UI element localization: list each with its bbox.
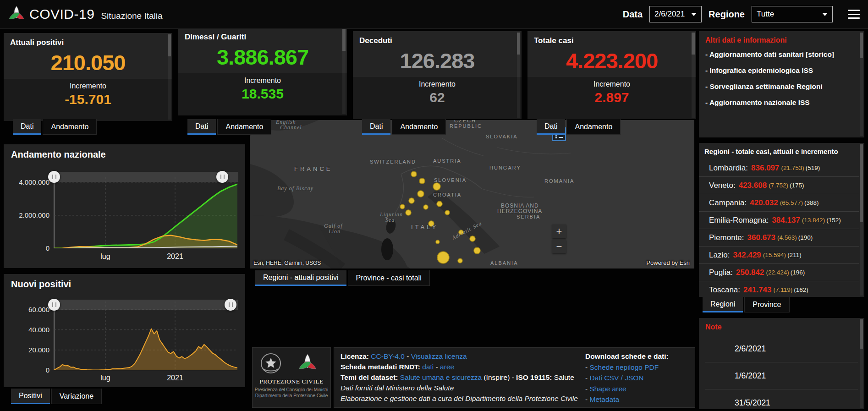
altri-dati-panel: Altri dati e informazioni - Aggiornament… [699, 31, 864, 137]
region-row: Emilia-Romagna: 384.137 (13.842) (152) [699, 211, 859, 229]
tab-province[interactable]: Province [744, 297, 789, 312]
card-scrollbar[interactable] [342, 29, 346, 114]
tab-andamento[interactable]: Andamento [217, 119, 271, 135]
tab-andamento[interactable]: Andamento [566, 119, 621, 135]
map-bubble[interactable] [419, 178, 425, 184]
card-scrollbar[interactable] [692, 33, 695, 118]
increment-value: -15.701 [4, 92, 172, 107]
shape-aree-link[interactable]: Shape aree [589, 385, 626, 393]
region-row: Veneto: 423.608 (7.752) (175) [699, 176, 859, 194]
dipartimento-line: Dipartimento della Protezione Civile [253, 393, 330, 398]
date-select-value: 2/6/2021 [654, 10, 685, 19]
app-subtitle: Situazione Italia [101, 8, 162, 21]
region-select[interactable]: Tutte [752, 6, 833, 22]
panel-scrollbar[interactable] [860, 33, 863, 136]
map-bubble[interactable] [437, 201, 442, 207]
panel-scrollbar[interactable] [860, 144, 863, 296]
date-select[interactable]: 2/6/2021 [649, 6, 702, 22]
map-bubble[interactable] [400, 204, 405, 209]
regioni-province-tabs: Regioni Province [703, 297, 790, 312]
y-tick: 0 [6, 244, 49, 252]
menu-button[interactable] [848, 10, 860, 19]
tab-regioni-attuali-positivi[interactable]: Regioni - attuali positivi [255, 270, 346, 286]
map-attribution: Esri, HERE, Garmin, USGS [253, 260, 321, 266]
tab-dati[interactable]: Dati [13, 119, 41, 135]
caret-down-icon [691, 13, 697, 16]
grip-icon [52, 175, 56, 179]
slider-handle-left[interactable] [48, 299, 60, 311]
map-label: CZECH [454, 120, 476, 123]
slider-handle-left[interactable] [48, 171, 60, 183]
note-date-row: 1/6/2021 [705, 362, 858, 389]
map-bubble[interactable] [423, 205, 428, 209]
card-attuali-positivi: Attuali positivi 210.050 Incremento -15.… [4, 33, 172, 121]
map-label: SWITZERLAND [370, 159, 416, 164]
link-sorveglianza-regioni[interactable]: - Sorveglianza settimanale Regioni [705, 82, 851, 91]
schede-pdf-link[interactable]: Schede riepilogo PDF [589, 363, 659, 371]
aree-link[interactable]: aree [440, 363, 454, 371]
card-scrollbar[interactable] [168, 34, 171, 120]
slider-handle-right[interactable] [225, 299, 236, 311]
cc-by-link[interactable]: CC-BY-4.0 [371, 352, 405, 360]
map-bubble[interactable] [418, 191, 424, 197]
link-infografica-iss[interactable]: - Infografica epidemiologica ISS [705, 66, 851, 75]
link-aggiornamento-nazionale-iss[interactable]: - Aggiornamento nazionale ISS [705, 98, 851, 107]
chart-title: Andamento nazionale [11, 149, 106, 160]
region-select-value: Tutte [757, 10, 774, 19]
tab-andamento[interactable]: Andamento [43, 119, 97, 135]
tab-dati[interactable]: Dati [537, 119, 565, 135]
visualizza-licenza-link[interactable]: Visualizza licenza [411, 352, 467, 360]
map-label: Lion [329, 228, 341, 235]
tab-andamento[interactable]: Andamento [392, 119, 446, 135]
panel-scrollbar[interactable] [860, 319, 863, 408]
region-row: Campania: 420.032 (65.577) (388) [699, 194, 859, 211]
tab-regioni[interactable]: Regioni [703, 297, 743, 312]
card-value: 3.886.867 [178, 44, 347, 70]
dati-csv-json-link[interactable]: Dati CSV / JSON [589, 374, 643, 382]
region-row: Piemonte: 360.673 (4.563) (190) [699, 229, 859, 246]
map-bubble[interactable] [445, 210, 450, 215]
y-tick: 40.000 [6, 326, 49, 334]
tab-dati[interactable]: Dati [362, 119, 390, 135]
card2-tabs: Dati Andamento [187, 119, 271, 135]
x-tick: 2021 [161, 252, 189, 261]
tab-positivi[interactable]: Positivi [11, 389, 50, 404]
tab-variazione[interactable]: Variazione [51, 389, 102, 404]
grip-icon [229, 302, 233, 307]
link-aggiornamento-dati-sanitari[interactable]: - Aggiornamento dati sanitari [storico] [705, 49, 851, 59]
map-bubble[interactable] [474, 247, 480, 254]
map-zoom-in-button[interactable]: + [552, 225, 566, 238]
note-panel: Note 2/6/2021 1/6/2021 31/5/2021 [699, 318, 864, 409]
map-label: FRANCE [294, 165, 332, 172]
map-bubble[interactable] [411, 171, 417, 177]
y-tick: 20.000 [6, 346, 49, 354]
map[interactable]: English Channel CZECH REPUBLIC SLOVAKIA … [250, 120, 694, 269]
presidenza-line: Presidenza del Consiglio dei Ministri [253, 387, 330, 392]
tab-province-casi-totali[interactable]: Province - casi totali [348, 270, 430, 286]
metadata-link[interactable]: Metadata [589, 395, 619, 403]
map-label: SLOVAKIA [486, 134, 518, 139]
map-bubble[interactable] [409, 198, 414, 203]
map-label: HUNGARY [489, 165, 521, 170]
license-line: Licenza: CC-BY-4.0 - Visualizza licenza [341, 351, 581, 362]
card-scrollbar[interactable] [517, 33, 520, 118]
increment-label: Incremento [353, 80, 522, 88]
map-zoom-out-button[interactable]: − [552, 240, 566, 253]
map-bubble[interactable] [437, 252, 449, 263]
map-label: AUSTRIA [433, 158, 461, 164]
map-label: REPUBLIC [450, 123, 482, 129]
salute-umana-link[interactable]: Salute umana e sicurezza [400, 373, 482, 381]
map-bubble[interactable] [436, 240, 439, 244]
license-panel: Licenza: CC-BY-4.0 - Visualizza licenza … [334, 347, 695, 408]
tab-dati[interactable]: Dati [187, 119, 216, 135]
dati-link[interactable]: dati [422, 363, 434, 371]
card-title: Totale casi [534, 36, 574, 45]
map-bubble[interactable] [470, 236, 475, 241]
slider-handle-right[interactable] [216, 171, 228, 183]
map-bubble[interactable] [458, 258, 462, 263]
map-label: ALBANIA [490, 260, 518, 266]
increment-value: 62 [353, 90, 522, 105]
map-bubble[interactable] [433, 183, 440, 190]
map-bubble[interactable] [406, 210, 411, 215]
powered-by-esri: Powered by Esri [646, 259, 690, 266]
